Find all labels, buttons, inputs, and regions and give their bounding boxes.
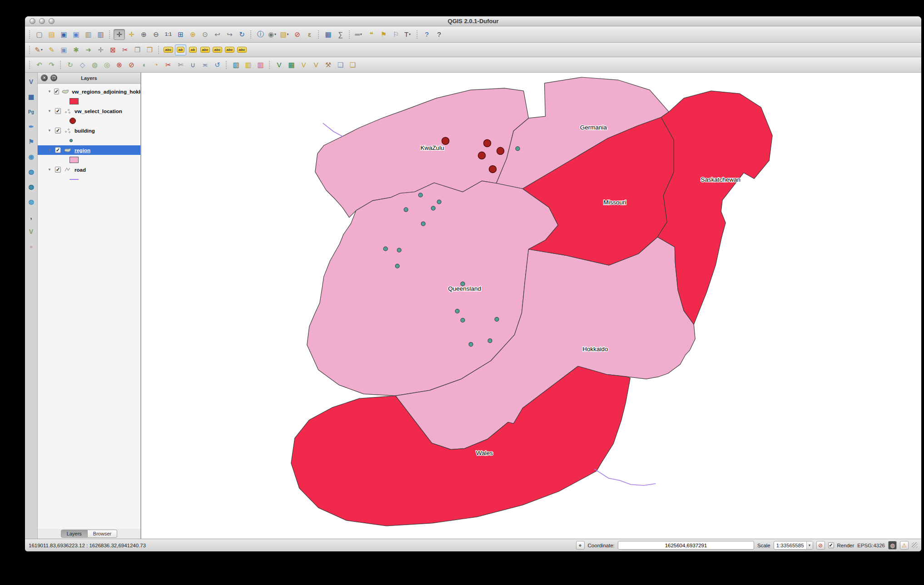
delete-ring-button[interactable]: ⊗	[114, 59, 125, 70]
float-panel-icon[interactable]: ❐	[50, 74, 57, 81]
zoom-full-button[interactable]: ⊞	[175, 29, 186, 40]
minimize-window-button[interactable]	[39, 18, 45, 24]
paste-features-button[interactable]: ❒	[144, 45, 155, 55]
toolbar-drag-handle[interactable]	[158, 46, 160, 54]
add-mssql-layer-button[interactable]: ⚑	[26, 136, 37, 147]
label-move-button[interactable]: abc	[212, 45, 223, 55]
add-part-button[interactable]: ◎	[101, 59, 113, 70]
pan-map-button[interactable]: ✛	[114, 29, 125, 40]
refresh-button[interactable]: ↻	[236, 29, 248, 40]
close-window-button[interactable]	[30, 18, 35, 24]
tab-browser[interactable]: Browser	[88, 530, 117, 538]
text-annotation-button[interactable]: T▾	[402, 29, 414, 40]
split-parts-button[interactable]: ✄	[175, 59, 186, 70]
zoom-to-layer-button[interactable]: ⊙	[199, 29, 211, 40]
label-properties-button[interactable]: abc	[236, 45, 248, 55]
open-attribute-table-button[interactable]: ▦	[323, 29, 334, 40]
text-annotation-dropdown-icon[interactable]: ▾	[409, 32, 412, 36]
cut-features-button[interactable]: ✂	[119, 45, 131, 55]
map-canvas[interactable]: KwaZuluGermaniaQueenslandHokkaidoWalesMi…	[141, 73, 921, 539]
toolbar-drag-handle[interactable]	[60, 61, 62, 69]
digitize-extra-2-button[interactable]: ▦	[286, 59, 297, 70]
coordinate-input[interactable]	[618, 541, 754, 550]
add-ring-button[interactable]: ◍	[89, 59, 100, 70]
simplify-feature-button[interactable]: ◇	[77, 59, 88, 70]
new-spatialite-layer-button[interactable]: ▫	[26, 241, 37, 252]
labeling-button[interactable]: abc	[163, 45, 174, 55]
add-oracle-layer-button[interactable]: ◉	[26, 151, 37, 162]
field-calculator-button[interactable]: ∑	[335, 29, 346, 40]
move-feature-button[interactable]: ➜	[83, 45, 94, 55]
expand-arrow-icon[interactable]: ▼	[48, 89, 51, 94]
tab-layers[interactable]: Layers	[61, 530, 88, 538]
zoom-in-button[interactable]: ⊕	[138, 29, 149, 40]
messages-warning-icon[interactable]: ⚠	[900, 541, 909, 550]
toolbar-drag-handle[interactable]	[29, 61, 31, 69]
layer-item-vw_select_location[interactable]: ▼✓vw_select_location	[38, 106, 140, 116]
zoom-native-button[interactable]: 1:1	[163, 29, 174, 40]
layer-item-road[interactable]: ▼✓road	[38, 165, 140, 174]
offset-curve-button[interactable]: ◔	[150, 59, 162, 70]
composer-manager-button[interactable]: ▥	[95, 29, 106, 40]
add-raster-layer-button[interactable]: ▦	[26, 91, 37, 102]
layer-visibility-checkbox[interactable]: ✓	[55, 167, 61, 173]
stop-rendering-icon[interactable]: ⊘	[816, 541, 825, 550]
deselect-features-button[interactable]: ⊘	[292, 29, 303, 40]
expand-arrow-icon[interactable]: ▼	[48, 168, 52, 172]
pan-to-selection-button[interactable]: ✛	[126, 29, 137, 40]
add-delimited-text-layer-button[interactable]: ,	[26, 211, 37, 222]
digitize-extra-1-button[interactable]: V	[273, 59, 285, 70]
add-feature-button[interactable]: ✱	[70, 45, 82, 55]
toolbar-drag-handle[interactable]	[29, 30, 31, 39]
toolbar-drag-handle[interactable]	[318, 30, 320, 39]
select-by-expression-button[interactable]: ε	[304, 29, 315, 40]
scale-dropdown-icon[interactable]: ▼	[806, 541, 813, 549]
new-shapefile-layer-button[interactable]: V	[26, 226, 37, 237]
new-bookmark-button[interactable]: ⚑	[378, 29, 389, 40]
expand-arrow-icon[interactable]: ▼	[48, 129, 52, 133]
layer-visibility-checkbox[interactable]: ✓	[55, 147, 61, 153]
layer-item-vw_regions_adjoining_hokkaido[interactable]: ▼✓vw_regions_adjoining_hokkaido	[38, 87, 140, 96]
split-features-button[interactable]: ✂	[163, 59, 174, 70]
identify-features-button[interactable]: ⓘ	[255, 29, 266, 40]
undo-button[interactable]: ↶	[34, 59, 45, 70]
zoom-to-selection-button[interactable]: ⊕	[187, 29, 199, 40]
new-print-composer-button[interactable]: ▥	[83, 29, 94, 40]
copy-features-button[interactable]: ❐	[132, 45, 143, 55]
node-tool-button[interactable]: ✛	[95, 45, 106, 55]
layer-item-building[interactable]: ▼✓building	[38, 126, 140, 135]
render-checkbox[interactable]: ✓	[828, 542, 834, 548]
toolbar-drag-handle[interactable]	[349, 30, 351, 39]
layer-visibility-checkbox[interactable]: ✓	[55, 128, 61, 134]
help-button[interactable]: ?	[421, 29, 432, 40]
select-features-dropdown-icon[interactable]: ▾	[287, 32, 290, 36]
expand-arrow-icon[interactable]: ▼	[48, 109, 52, 113]
zoom-last-button[interactable]: ↩	[212, 29, 223, 40]
whats-this-button[interactable]: ?	[433, 29, 445, 40]
save-project-as-button[interactable]: ▣	[70, 29, 82, 40]
expand-arrow-icon[interactable]: ▼	[48, 148, 52, 152]
rotate-feature-button[interactable]: ↻	[65, 59, 76, 70]
layer-visibility-checkbox[interactable]: ✓	[54, 89, 59, 94]
digitize-extra-7-button[interactable]: ❏	[347, 59, 358, 70]
measure-line-dropdown-icon[interactable]: ▾	[360, 32, 363, 36]
run-feature-action-dropdown-icon[interactable]: ▾	[274, 32, 278, 36]
toggle-editing-button[interactable]: ✎	[46, 45, 57, 55]
resize-grip[interactable]	[912, 542, 918, 548]
run-feature-action-button[interactable]: ◉▾	[267, 29, 278, 40]
delete-selected-button[interactable]: ⊠	[107, 45, 119, 55]
current-edits-button[interactable]: ✎▾	[34, 45, 45, 55]
plugin-layer-tool-3-button[interactable]: ▥	[255, 59, 266, 70]
merge-features-button[interactable]: ∪	[187, 59, 199, 70]
new-project-button[interactable]: ▢	[34, 29, 45, 40]
digitize-extra-3-button[interactable]: V	[298, 59, 309, 70]
toolbar-drag-handle[interactable]	[269, 61, 271, 69]
scale-combo[interactable]: 1:33565585 ▼	[774, 541, 813, 550]
add-spatialite-layer-button[interactable]: ✒	[26, 121, 37, 132]
current-edits-dropdown-icon[interactable]: ▾	[41, 48, 44, 52]
label-show-hide-button[interactable]: abc	[199, 45, 211, 55]
rotate-point-symbols-button[interactable]: ↺	[212, 59, 223, 70]
toolbar-drag-handle[interactable]	[29, 46, 31, 54]
redo-button[interactable]: ↷	[46, 59, 57, 70]
digitize-extra-6-button[interactable]: ❏	[335, 59, 346, 70]
